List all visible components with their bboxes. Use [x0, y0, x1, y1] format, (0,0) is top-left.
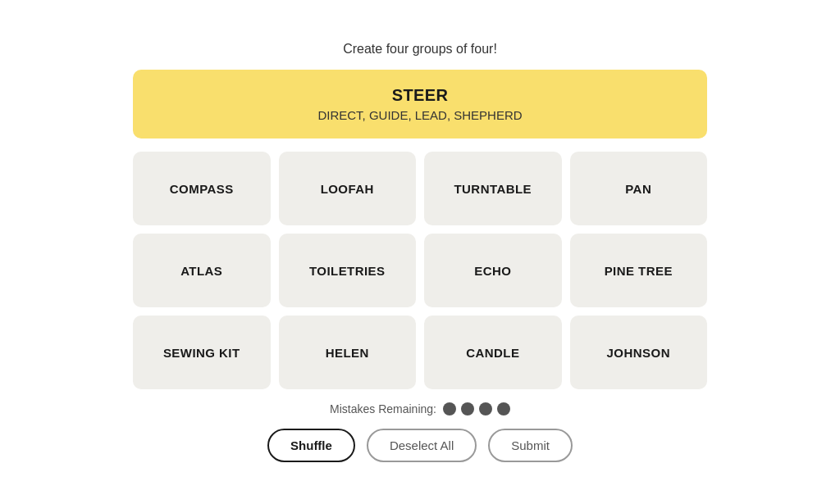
dot-3	[479, 402, 492, 415]
word-grid: COMPASSLOOFAHTURNTABLEPANATLASTOILETRIES…	[133, 152, 707, 389]
word-card[interactable]: JOHNSON	[570, 316, 708, 389]
word-card[interactable]: COMPASS	[133, 152, 271, 225]
word-card[interactable]: HELEN	[279, 316, 417, 389]
instruction-text: Create four groups of four!	[343, 42, 497, 57]
word-card-label: JOHNSON	[607, 346, 670, 360]
solved-group-items: DIRECT, GUIDE, LEAD, SHEPHERD	[153, 108, 687, 122]
mistakes-label: Mistakes Remaining:	[330, 402, 436, 415]
mistakes-dots	[443, 402, 510, 415]
dot-4	[497, 402, 510, 415]
word-card-label: LOOFAH	[321, 182, 374, 196]
shuffle-button[interactable]: Shuffle	[267, 429, 355, 462]
word-card-label: SEWING KIT	[163, 346, 240, 360]
action-buttons: Shuffle Deselect All Submit	[267, 429, 573, 462]
game-container: Create four groups of four! STEER DIRECT…	[133, 42, 707, 462]
solved-group-steer: STEER DIRECT, GUIDE, LEAD, SHEPHERD	[133, 70, 707, 138]
word-card[interactable]: LOOFAH	[279, 152, 417, 225]
solved-group-title: STEER	[153, 86, 687, 105]
word-card-label: HELEN	[326, 346, 369, 360]
word-card-label: TURNTABLE	[454, 182, 532, 196]
word-card-label: CANDLE	[466, 346, 519, 360]
word-card-label: PAN	[625, 182, 651, 196]
word-card-label: COMPASS	[170, 182, 234, 196]
deselect-all-button[interactable]: Deselect All	[367, 429, 477, 462]
word-card[interactable]: PINE TREE	[570, 234, 708, 307]
word-card-label: TOILETRIES	[309, 264, 386, 278]
word-card[interactable]: ATLAS	[133, 234, 271, 307]
dot-2	[461, 402, 474, 415]
word-card[interactable]: SEWING KIT	[133, 316, 271, 389]
dot-1	[443, 402, 456, 415]
word-card[interactable]: CANDLE	[424, 316, 562, 389]
mistakes-row: Mistakes Remaining:	[330, 402, 510, 415]
submit-button[interactable]: Submit	[488, 429, 573, 462]
word-card-label: PINE TREE	[605, 264, 673, 278]
word-card[interactable]: TURNTABLE	[424, 152, 562, 225]
word-card[interactable]: TOILETRIES	[279, 234, 417, 307]
word-card[interactable]: ECHO	[424, 234, 562, 307]
word-card-label: ATLAS	[180, 264, 222, 278]
word-card-label: ECHO	[474, 264, 511, 278]
word-card[interactable]: PAN	[570, 152, 708, 225]
